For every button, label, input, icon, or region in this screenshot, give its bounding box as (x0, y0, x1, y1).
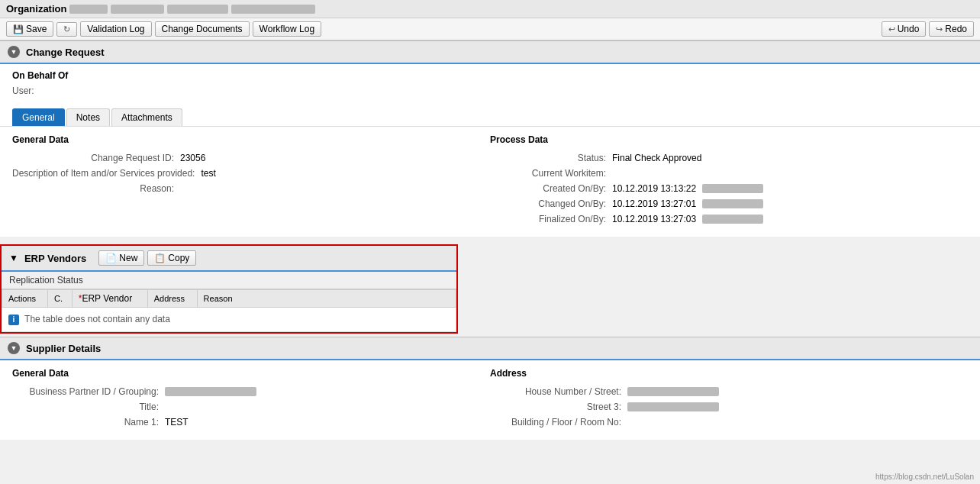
org-blur-2 (111, 5, 164, 14)
created-row: Created On/By: 10.12.2019 13:13:22 (490, 183, 968, 194)
new-icon: 📄 (105, 253, 117, 263)
changed-by-blur (702, 199, 763, 208)
created-label: Created On/By: (490, 183, 612, 194)
save-icon: 💾 (13, 24, 24, 34)
street3-blur (627, 402, 719, 411)
org-bar: Organization (0, 0, 980, 18)
col-actions: Actions (2, 290, 48, 308)
street3-label: Street 3: (490, 402, 627, 412)
undo-button[interactable]: ↩ Undo (882, 21, 927, 37)
house-number-row: House Number / Street: (490, 386, 968, 397)
general-data-title: General Data (12, 134, 490, 147)
toolbar-right: ↩ Undo ↪ Redo (882, 21, 974, 37)
name1-value: TEST (165, 417, 189, 428)
reason-label: Reason: (12, 183, 180, 194)
org-blur-3 (167, 5, 228, 14)
changed-label: Changed On/By: (490, 198, 612, 209)
supplier-details-title: Supplier Details (26, 343, 101, 354)
supplier-body: General Data Business Partner ID / Group… (0, 360, 980, 440)
validation-log-button[interactable]: Validation Log (80, 21, 151, 37)
street3-row: Street 3: (490, 402, 968, 412)
business-partner-blur (165, 387, 256, 396)
refresh-icon: ↻ (63, 24, 70, 34)
change-documents-button[interactable]: Change Documents (155, 21, 250, 37)
spacer (0, 237, 980, 244)
house-number-blur (627, 387, 719, 396)
current-workitem-row: Current Workitem: (490, 168, 968, 179)
org-label: Organization (6, 3, 66, 15)
general-data-section: General Data Change Request ID: 23056 De… (0, 127, 980, 237)
supplier-collapse-arrow: ▼ (8, 342, 20, 354)
supplier-data-section: General Data Business Partner ID / Group… (0, 360, 980, 440)
col-c: C. (48, 290, 73, 308)
save-button[interactable]: 💾 Save (6, 21, 53, 37)
erp-table-wrapper: Replication Status Actions C. *ERP Vendo… (2, 272, 456, 332)
name1-row: Name 1: TEST (12, 417, 490, 428)
toolbar: 💾 Save ↻ Validation Log Change Documents… (0, 18, 980, 40)
no-data-message: The table does not contain any data (24, 314, 170, 324)
status-value: Final Check Approved (612, 153, 701, 163)
business-partner-row: Business Partner ID / Grouping: (12, 386, 490, 397)
info-icon: i (8, 315, 19, 325)
general-data-left: General Data Change Request ID: 23056 De… (12, 134, 490, 229)
name1-label: Name 1: (12, 417, 165, 428)
collapse-arrow: ▼ (8, 46, 20, 58)
col-address: Address (147, 290, 197, 308)
erp-vendors-wrapper: ▼ ERP Vendors 📄 New 📋 Copy Replication S… (0, 244, 458, 334)
refresh-button[interactable]: ↻ (56, 22, 77, 37)
process-data-right: Process Data Status: Final Check Approve… (490, 134, 968, 229)
tab-general[interactable]: General (12, 108, 65, 126)
erp-vendors-table: Actions C. *ERP Vendor Address Reason i … (2, 289, 456, 332)
title-label: Title: (12, 402, 165, 412)
change-request-section: ▼ Change Request On Behalf Of User: Gene… (0, 40, 980, 237)
change-request-id-label: Change Request ID: (12, 153, 180, 163)
supplier-details-header[interactable]: ▼ Supplier Details (0, 337, 980, 360)
user-row: User: (12, 86, 968, 96)
erp-vendors-outer: ▼ ERP Vendors 📄 New 📋 Copy Replication S… (0, 244, 980, 334)
tab-notes[interactable]: Notes (66, 108, 110, 126)
description-row: Description of Item and/or Services prov… (12, 168, 490, 179)
supplier-details-section: ▼ Supplier Details General Data Business… (0, 337, 980, 440)
erp-table-header-row: Actions C. *ERP Vendor Address Reason (2, 290, 456, 308)
workflow-log-button[interactable]: Workflow Log (253, 21, 321, 37)
replication-status-bar: Replication Status (2, 272, 456, 289)
undo-icon: ↩ (888, 24, 895, 34)
erp-vendors-header[interactable]: ▼ ERP Vendors 📄 New 📋 Copy (2, 246, 456, 272)
created-by-blur (702, 184, 763, 193)
process-data-title: Process Data (490, 134, 968, 147)
org-blur-1 (69, 5, 108, 14)
tab-attachments[interactable]: Attachments (111, 108, 182, 126)
erp-vendors-title: ERP Vendors (24, 253, 86, 264)
change-request-title: Change Request (26, 47, 105, 58)
tabs-bar: General Notes Attachments (0, 108, 980, 127)
description-label: Description of Item and/or Services prov… (12, 168, 201, 179)
finalized-value: 10.12.2019 13:27:03 (612, 214, 696, 224)
erp-vendors-actions: 📄 New 📋 Copy (98, 250, 196, 266)
building-row: Building / Floor / Room No: (490, 417, 968, 428)
status-row: Status: Final Check Approved (490, 153, 968, 163)
description-value: test (201, 168, 215, 179)
finalized-label: Finalized On/By: (490, 214, 612, 224)
org-blur-4 (231, 5, 315, 14)
url-text: https://blog.csdn.net/LuSolan (875, 473, 974, 481)
user-label: User: (12, 86, 43, 96)
supplier-general-left: General Data Business Partner ID / Group… (12, 368, 490, 432)
no-data-cell: i The table does not contain any data (2, 308, 456, 332)
supplier-address-right: Address House Number / Street: Street 3:… (490, 368, 968, 432)
erp-collapse-arrow: ▼ (9, 253, 18, 263)
supplier-general-title: General Data (12, 368, 490, 380)
new-button[interactable]: 📄 New (98, 250, 144, 266)
change-request-id-value: 23056 (180, 153, 205, 163)
on-behalf-section: On Behalf Of User: (0, 64, 980, 108)
change-request-header[interactable]: ▼ Change Request (0, 40, 980, 64)
changed-row: Changed On/By: 10.12.2019 13:27:01 (490, 198, 968, 209)
status-label: Status: (490, 153, 612, 163)
changed-value: 10.12.2019 13:27:01 (612, 198, 696, 209)
copy-button[interactable]: 📋 Copy (147, 250, 196, 266)
copy-icon: 📋 (154, 253, 166, 263)
on-behalf-title: On Behalf Of (12, 70, 968, 81)
created-value: 10.12.2019 13:13:22 (612, 183, 696, 194)
redo-icon: ↪ (936, 24, 943, 34)
redo-button[interactable]: ↪ Redo (929, 21, 974, 37)
reason-row: Reason: (12, 183, 490, 194)
